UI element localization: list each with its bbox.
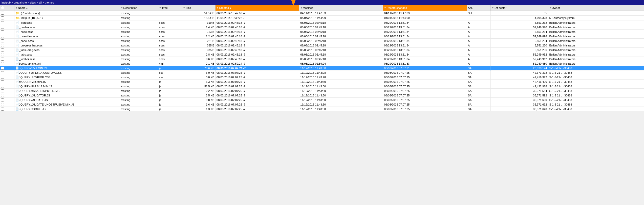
row-name-cell[interactable]: 📄_panel.scss — [14, 39, 120, 43]
col-header-sector[interactable]: ▼ 1st sector — [491, 5, 548, 11]
table-row[interactable]: 📁. inetpub (183,521)existing13.5 GB11/05… — [0, 16, 644, 20]
name-filter-icon[interactable]: ▼ — [15, 7, 17, 9]
row-checkbox[interactable] — [1, 35, 4, 38]
col-header-record[interactable]: ▼ Record changed — [383, 5, 467, 11]
row-name-cell[interactable]: 📄JQUERY.VALIDATOR.JS — [14, 93, 120, 98]
row-checkbox[interactable] — [1, 94, 4, 97]
row-checkbox[interactable] — [1, 26, 4, 29]
row-name-cell[interactable]: 📄MODERNIZR.MIN.JS — [14, 80, 120, 84]
table-row[interactable]: 📄_toolbar.scssexistingscss0.6 KB08/03/20… — [0, 57, 644, 61]
owner-filter-icon[interactable]: ▼ — [549, 7, 551, 9]
row-attr: SA — [467, 98, 491, 102]
table-row[interactable]: 📄_panel.scssexistingscss221 B08/03/2016 … — [0, 39, 644, 43]
row-created: 08/03/2016 02:45:18 -7 — [216, 39, 299, 43]
table-row[interactable]: 📄_progress-bar.scssexistingscss335 B08/0… — [0, 43, 644, 48]
row-name-text: . inetpub (183,521) — [19, 16, 42, 19]
table-row[interactable]: 📄JQUERY.VALIDATOR.JSexistingjs2.5 KB08/0… — [0, 93, 644, 98]
row-name-cell[interactable]: 📄JQUERY.UI.THEME.CSS — [14, 75, 120, 80]
col-header-created[interactable]: ▼ Created ▲ — [216, 5, 299, 11]
table-row[interactable]: 📁. (Root directory)existing51.5 GB06/30/… — [0, 11, 644, 16]
select-all-checkbox[interactable] — [1, 6, 4, 9]
row-sector: 35 — [491, 11, 548, 16]
table-row[interactable]: 📄_navbar.scssexistingscss1.4 KB08/03/201… — [0, 25, 644, 30]
col-header-desc[interactable]: ▼ Description — [120, 5, 158, 11]
row-name-cell[interactable]: 📄_icon.scss — [14, 20, 120, 25]
row-name-cell[interactable]: 📄_navbar.scss — [14, 25, 120, 30]
table-row[interactable]: 📄JQUERY.UI.THEME.CSSexistingcss3.0 KB08/… — [0, 75, 644, 80]
table-row[interactable]: 📄_node.scssexistingscss163 B08/03/2016 0… — [0, 30, 644, 34]
modified-filter-icon[interactable]: ▼ — [300, 7, 302, 9]
created-filter-icon[interactable]: ▼ — [217, 7, 219, 9]
row-checkbox[interactable] — [1, 103, 4, 106]
row-checkbox[interactable] — [1, 58, 4, 61]
table-row[interactable]: 📄JQUERY.VALIDATE.UNOBTRUSIVE.MIN.JSexist… — [0, 102, 644, 107]
col-header-owner[interactable]: ▼ Owner — [548, 5, 644, 11]
table-row[interactable]: 📄bootstrap.info.ymlexistingyml2.1 KB08/0… — [0, 61, 644, 66]
col-header-check[interactable] — [0, 5, 14, 11]
col-header-name[interactable]: ▼ Name — [14, 5, 120, 11]
row-checkbox[interactable] — [1, 89, 4, 92]
table-row[interactable]: 📄JQUERY.VALIDATE.JSexistingjs9.8 KB08/03… — [0, 98, 644, 102]
row-name-cell[interactable]: 📄JQUERY.VALIDATE.JS — [14, 98, 120, 102]
col-header-size[interactable]: ▼ Size — [182, 5, 215, 11]
row-checkbox[interactable] — [1, 71, 4, 74]
table-row[interactable]: 📄_icon.scssexistingscss319 B08/03/2016 0… — [0, 20, 644, 25]
row-attr: SA — [467, 75, 491, 80]
row-checkbox[interactable] — [1, 48, 4, 52]
row-name-cell[interactable]: 📄JQUERY.COOKIE.JS — [14, 107, 120, 111]
row-checkbox[interactable] — [1, 53, 4, 56]
row-checkbox[interactable] — [1, 108, 4, 111]
row-checkbox[interactable] — [1, 30, 4, 33]
size-filter-icon[interactable]: ▼ — [183, 7, 185, 9]
col-header-attr[interactable]: Attr. — [467, 5, 491, 11]
row-name-cell[interactable]: 📄JQUERY-UI-1.8.14.CUSTOM.CSS — [14, 70, 120, 75]
row-name-cell[interactable]: 📄bootstrap.info.yml — [14, 61, 120, 66]
row-name-cell[interactable]: 📄JQUERY-UI-1.8.11.MIN.JS — [14, 84, 120, 89]
row-name-cell[interactable]: 📁. (Root directory) — [14, 11, 120, 16]
row-name-cell[interactable]: 📄_node.scss — [14, 30, 120, 34]
table-row[interactable]: 📄JQUERY.MASKEDINPUT-1.3.JSexistingjs2.2 … — [0, 89, 644, 93]
table-row[interactable]: 📄JQUERY-UI-1.8.11.MIN.JSexistingjs51.5 K… — [0, 84, 644, 89]
row-checkbox[interactable] — [1, 44, 4, 47]
created-sort-icon: ▲ — [229, 7, 231, 9]
row-checkbox-cell — [0, 57, 14, 61]
table-row[interactable]: 📄JQUERY-1.5.1.MIN.JSexistingjs70.6 KB08/… — [0, 66, 644, 70]
sector-filter-icon[interactable]: ▼ — [492, 7, 494, 9]
row-name-cell[interactable]: 📄_table-drag.scss — [14, 48, 120, 52]
row-name-cell[interactable]: 📄_toolbar.scss — [14, 57, 120, 61]
row-checkbox[interactable] — [1, 98, 4, 101]
row-name-cell[interactable]: 📄JQUERY.VALIDATE.UNOBTRUSIVE.MIN.JS — [14, 102, 120, 107]
file-icon: 📄 — [15, 89, 19, 92]
row-name-cell[interactable]: 📄JQUERY.MASKEDINPUT-1.3.JS — [14, 89, 120, 93]
row-name-cell[interactable]: 📄_tabs.scss — [14, 52, 120, 57]
table-row[interactable]: 📄MODERNIZR.MIN.JSexistingjs6.3 KB08/03/2… — [0, 80, 644, 84]
type-filter-icon[interactable]: ▼ — [159, 7, 161, 9]
table-row[interactable]: 📄_table-drag.scssexistingscss375 B08/03/… — [0, 48, 644, 52]
row-checkbox[interactable] — [1, 21, 4, 24]
row-name-cell[interactable]: 📄_progress-bar.scss — [14, 43, 120, 48]
row-checkbox[interactable] — [1, 76, 4, 79]
row-record-changed: 08/29/2016 13:31:34 — [383, 34, 467, 39]
row-checkbox[interactable] — [1, 80, 4, 83]
row-checkbox[interactable] — [1, 12, 4, 15]
col-header-modified[interactable]: ▼ Modified — [299, 5, 383, 11]
table-row[interactable]: 📄JQUERY.COOKIE.JSexistingjs1.3 KB08/03/2… — [0, 107, 644, 111]
row-checkbox-cell — [0, 75, 14, 80]
row-name-cell[interactable]: 📄_overrides.scss — [14, 34, 120, 39]
row-name-cell[interactable]: 📄JQUERY-1.5.1.MIN.JS — [14, 66, 120, 70]
table-row[interactable]: 📄JQUERY-UI-1.8.14.CUSTOM.CSSexistingcss6… — [0, 70, 644, 75]
row-checkbox[interactable] — [1, 16, 4, 19]
row-name-cell[interactable]: 📁. inetpub (183,521) — [14, 16, 120, 20]
row-checkbox[interactable] — [1, 85, 4, 88]
row-checkbox[interactable] — [1, 67, 4, 70]
desc-filter-icon[interactable]: ▼ — [121, 7, 123, 9]
row-checkbox[interactable] — [1, 62, 4, 65]
file-icon: 📄 — [15, 71, 19, 74]
table-row[interactable]: 📄_tabs.scssexistingscss2.8 KB08/03/2016 … — [0, 52, 644, 57]
row-checkbox[interactable] — [1, 39, 4, 42]
record-filter-icon[interactable]: ▼ — [384, 7, 386, 9]
table-row[interactable]: 📄_overrides.scssexistingscss1.2 KB08/03/… — [0, 34, 644, 39]
row-owner: Builtin\Administrators — [548, 52, 644, 57]
col-header-type[interactable]: ▼ Type — [158, 5, 182, 11]
row-name-text: _icon.scss — [19, 21, 32, 24]
